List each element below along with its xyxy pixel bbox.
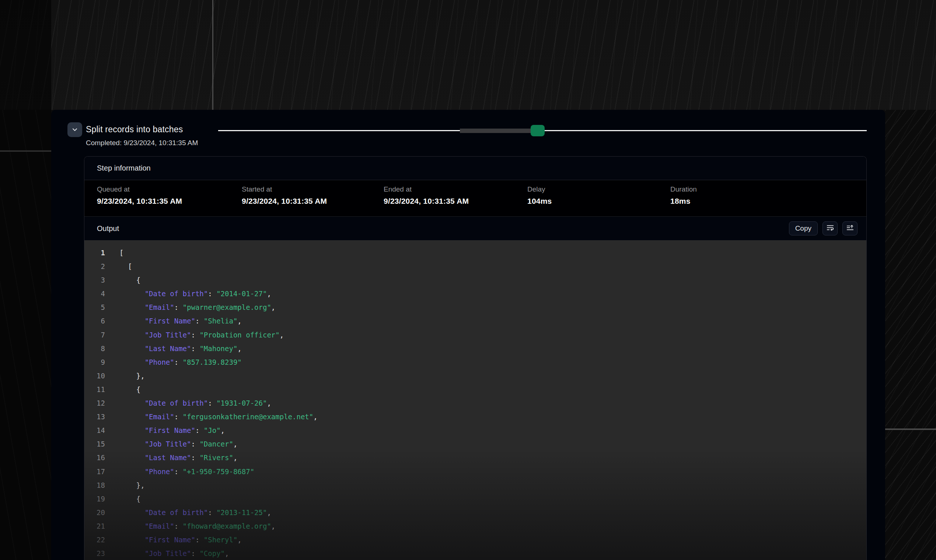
line-number: 22 <box>85 533 105 547</box>
code-lines-container: 1[2 [3 {4 "Date of birth": "2014-01-27",… <box>85 240 866 560</box>
line-number: 15 <box>85 437 105 451</box>
field-label: Queued at <box>97 185 182 194</box>
line-number: 6 <box>85 314 105 328</box>
code-text: "Email": "fhoward@example.org", <box>119 520 275 533</box>
step-status-completed: Completed: 9/23/2024, 10:31:35 AM <box>86 139 198 147</box>
scroll-to-top-icon <box>846 224 854 234</box>
field-queued-at: Queued at 9/23/2024, 10:31:35 AM <box>97 185 182 206</box>
line-number: 23 <box>85 547 105 560</box>
code-line: 17 "Phone": "+1-950-759-8687" <box>85 465 866 478</box>
line-number: 11 <box>85 383 105 397</box>
code-line: 7 "Job Title": "Probation officer", <box>85 328 866 342</box>
slider-thumb[interactable] <box>531 125 545 136</box>
line-number: 13 <box>85 410 105 424</box>
code-text: "Job Title": "Probation officer", <box>119 328 284 342</box>
field-duration: Duration 18ms <box>670 185 697 206</box>
code-line: 5 "Email": "pwarner@example.org", <box>85 301 866 314</box>
line-number: 4 <box>85 287 105 301</box>
code-text: "Email": "fergusonkatherine@example.net"… <box>119 410 318 424</box>
code-text: "Last Name": "Mahoney", <box>119 342 242 355</box>
line-number: 8 <box>85 342 105 355</box>
line-number: 19 <box>85 492 105 506</box>
field-ended-at: Ended at 9/23/2024, 10:31:35 AM <box>383 185 469 206</box>
code-text: "Last Name": "Rivers", <box>119 451 237 465</box>
code-text: "Email": "pwarner@example.org", <box>119 301 275 314</box>
code-line: 23 "Job Title": "Copy", <box>85 547 866 560</box>
chevron-down-icon <box>71 126 79 133</box>
step-details-panel: Split records into batches Completed: 9/… <box>51 110 885 560</box>
code-text: }, <box>119 369 145 383</box>
code-line: 13 "Email": "fergusonkatherine@example.n… <box>85 410 866 424</box>
code-text: "First Name": "Shelia", <box>119 314 242 328</box>
slider-buffer-segment <box>460 129 532 133</box>
field-value: 104ms <box>527 197 552 206</box>
field-label: Duration <box>670 185 697 194</box>
code-line: 1[ <box>85 246 866 260</box>
code-line: 6 "First Name": "Shelia", <box>85 314 866 328</box>
line-number: 16 <box>85 451 105 465</box>
line-number: 10 <box>85 369 105 383</box>
field-delay: Delay 104ms <box>527 185 552 206</box>
code-line: 22 "First Name": "Sheryl", <box>85 533 866 547</box>
code-text: "Date of birth": "2014-01-27", <box>119 287 271 301</box>
step-information-card: Step information Queued at 9/23/2024, 10… <box>84 156 867 560</box>
code-line: 16 "Last Name": "Rivers", <box>85 451 866 465</box>
output-actions: Copy <box>789 222 857 235</box>
code-text: }, <box>119 478 145 492</box>
code-line: 10 }, <box>85 369 866 383</box>
code-line: 15 "Job Title": "Dancer", <box>85 437 866 451</box>
code-line: 19 { <box>85 492 866 506</box>
line-number: 21 <box>85 520 105 533</box>
timing-fields-row: Queued at 9/23/2024, 10:31:35 AM Started… <box>85 180 866 217</box>
canvas-shade-left <box>0 0 51 110</box>
field-value: 18ms <box>670 197 697 206</box>
line-number: 17 <box>85 465 105 478</box>
line-number: 9 <box>85 355 105 369</box>
canvas-connector-vertical-line <box>212 0 213 110</box>
canvas-texture-right <box>885 110 936 560</box>
field-value: 9/23/2024, 10:31:35 AM <box>383 197 469 206</box>
line-number: 7 <box>85 328 105 342</box>
field-label: Delay <box>527 185 552 194</box>
code-text: [ <box>119 246 123 260</box>
field-value: 9/23/2024, 10:31:35 AM <box>97 197 182 206</box>
collapse-step-button[interactable] <box>68 122 82 137</box>
code-text: "Phone": "857.139.8239" <box>119 355 242 369</box>
code-line: 8 "Last Name": "Mahoney", <box>85 342 866 355</box>
wrap-text-button[interactable] <box>822 222 837 235</box>
code-line: 21 "Email": "fhoward@example.org", <box>85 520 866 533</box>
output-header-row: Output Copy <box>85 217 866 240</box>
canvas-connector-left-line <box>0 150 51 152</box>
code-line: 18 }, <box>85 478 866 492</box>
line-number: 20 <box>85 506 105 520</box>
scroll-to-top-button[interactable] <box>842 222 857 235</box>
line-number: 1 <box>85 246 105 260</box>
canvas-texture-top <box>0 0 936 110</box>
line-number: 5 <box>85 301 105 314</box>
code-line: 11 { <box>85 383 866 397</box>
line-number: 18 <box>85 478 105 492</box>
output-title: Output <box>97 225 119 233</box>
line-number: 12 <box>85 397 105 410</box>
code-line: 4 "Date of birth": "2014-01-27", <box>85 287 866 301</box>
field-label: Started at <box>242 185 327 194</box>
code-line: 3 { <box>85 273 866 287</box>
code-text: "Date of birth": "1931-07-26", <box>119 397 271 410</box>
line-number: 3 <box>85 273 105 287</box>
code-text: "Job Title": "Dancer", <box>119 437 237 451</box>
output-code-viewer[interactable]: 1[2 [3 {4 "Date of birth": "2014-01-27",… <box>85 240 866 560</box>
copy-output-button[interactable]: Copy <box>789 222 818 235</box>
code-text: "Job Title": "Copy", <box>119 547 229 560</box>
line-number: 2 <box>85 260 105 273</box>
canvas-connector-right-line <box>885 428 936 430</box>
playback-progress-slider[interactable] <box>218 123 867 138</box>
field-label: Ended at <box>383 185 469 194</box>
line-number: 14 <box>85 424 105 437</box>
code-text: { <box>119 383 140 397</box>
step-information-title: Step information <box>97 164 151 172</box>
code-text: "First Name": "Sheryl", <box>119 533 242 547</box>
wrap-text-icon <box>826 224 834 234</box>
code-text: "Date of birth": "2013-11-25", <box>119 506 271 520</box>
code-text: [ <box>119 260 132 273</box>
code-line: 9 "Phone": "857.139.8239" <box>85 355 866 369</box>
